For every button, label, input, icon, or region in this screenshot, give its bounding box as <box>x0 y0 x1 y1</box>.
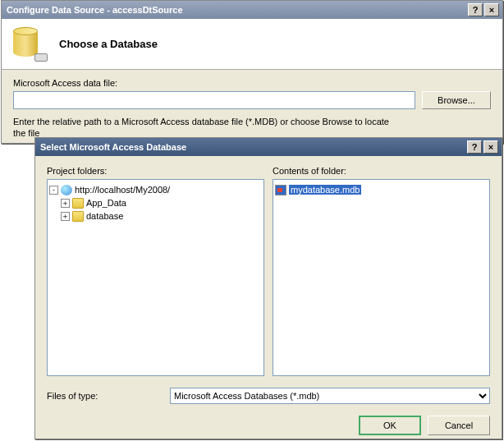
tree-root[interactable]: - http://localhost/My2008/ <box>49 183 262 196</box>
select-database-dialog: Select Microsoft Access Database ? × Pro… <box>34 137 502 439</box>
wizard-heading: Choose a Database <box>59 38 158 50</box>
folder-icon <box>72 198 84 209</box>
folders-label: Project folders: <box>47 166 264 176</box>
list-item[interactable]: mydatabase.mdb <box>275 183 488 196</box>
project-folders-tree[interactable]: - http://localhost/My2008/ + App_Data + <box>47 179 264 376</box>
titlebar[interactable]: Configure Data Source - accessDtSource ?… <box>2 1 502 19</box>
collapse-icon[interactable]: - <box>49 186 58 195</box>
window-title: Configure Data Source - accessDtSource <box>5 5 466 15</box>
globe-icon <box>61 185 72 195</box>
file-path-input[interactable] <box>13 91 415 109</box>
wizard-header: Choose a Database <box>2 19 502 70</box>
tree-child[interactable]: + database <box>49 209 262 223</box>
cancel-button[interactable]: Cancel <box>428 416 490 435</box>
contents-label: Contents of folder: <box>273 166 490 176</box>
help-button[interactable]: ? <box>467 140 482 154</box>
files-of-type-label: Files of type: <box>47 391 170 401</box>
list-item-label: mydatabase.mdb <box>289 185 361 195</box>
close-button[interactable]: × <box>483 140 498 154</box>
expand-icon[interactable]: + <box>61 212 70 221</box>
tree-child[interactable]: + App_Data <box>49 196 262 209</box>
mdb-file-icon <box>275 185 286 195</box>
expand-icon[interactable]: + <box>61 199 70 208</box>
folder-contents-list[interactable]: mydatabase.mdb <box>273 179 490 376</box>
hint-text: Enter the relative path to a Microsoft A… <box>13 116 491 140</box>
close-button[interactable]: × <box>484 3 499 16</box>
file-label: Microsoft Access data file: <box>13 78 491 88</box>
folder-icon <box>72 211 84 222</box>
help-button[interactable]: ? <box>468 3 483 16</box>
titlebar[interactable]: Select Microsoft Access Database ? × <box>35 138 502 156</box>
configure-datasource-window: Configure Data Source - accessDtSource ?… <box>1 0 503 144</box>
dialog-title: Select Microsoft Access Database <box>39 142 465 152</box>
ok-button[interactable]: OK <box>359 416 421 435</box>
tree-node-label: database <box>86 211 123 221</box>
browse-button[interactable]: Browse... <box>422 91 491 109</box>
tree-node-label: App_Data <box>86 198 126 208</box>
files-of-type-select[interactable]: Microsoft Access Databases (*.mdb) <box>170 388 490 404</box>
tree-node-label: http://localhost/My2008/ <box>75 185 170 195</box>
database-icon <box>13 27 48 62</box>
